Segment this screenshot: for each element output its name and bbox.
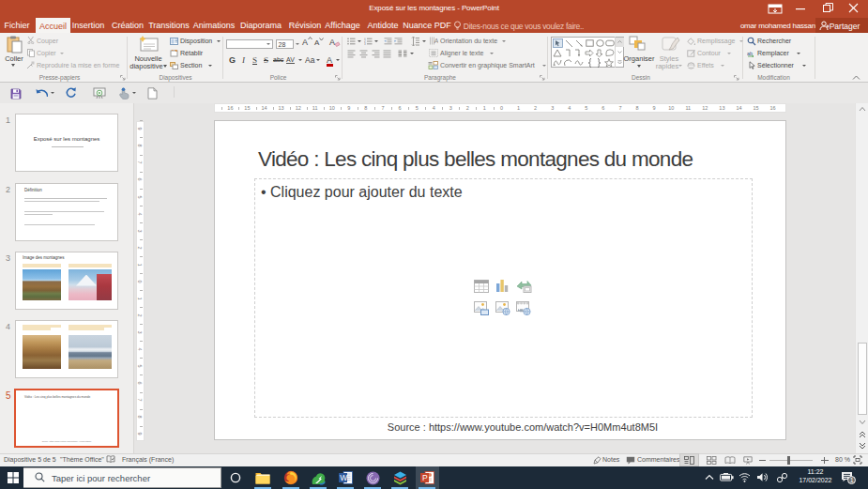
svg-text:W: W [340,473,347,482]
svg-text:A: A [434,38,438,44]
svg-text:3: 3 [364,42,366,45]
svg-text:P: P [422,473,428,482]
svg-text:ab: ab [747,51,753,56]
